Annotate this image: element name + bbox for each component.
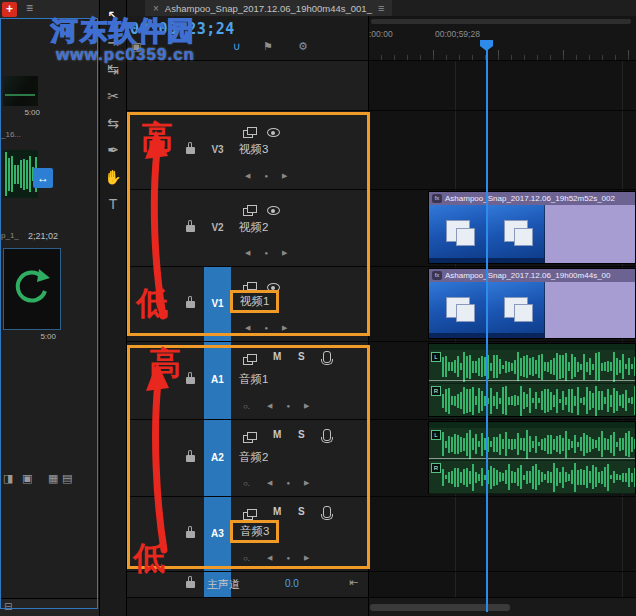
track-name-V1[interactable]: 视频1 [230, 290, 279, 313]
track-target-button-A2[interactable]: A2 [204, 448, 231, 468]
solo-button[interactable]: S [298, 506, 305, 517]
gain-rubber-band[interactable] [429, 458, 635, 459]
panel-menu-icon[interactable]: ≡ [378, 2, 384, 14]
next-keyframe-icon[interactable]: ▶ [282, 324, 287, 331]
clip-body [545, 205, 635, 263]
mute-button[interactable]: M [273, 506, 281, 517]
zoom-scrollbar[interactable] [371, 19, 631, 24]
mic-icon[interactable] [323, 506, 331, 518]
add-keyframe-icon[interactable]: ● [264, 250, 268, 256]
premiere-timeline-app: + ≡ 5:00 _16... ↔ p_1_ 2;21;02 5:00 ◨ ▣ … [0, 0, 636, 616]
add-keyframe-icon[interactable]: ● [264, 325, 268, 331]
lock-icon[interactable] [186, 455, 195, 462]
selection-tool[interactable]: ↖ [100, 4, 126, 26]
pen-tool[interactable]: ✒ [100, 139, 126, 161]
keyframe-type-icon[interactable]: ○. [243, 402, 250, 411]
razor-tool[interactable]: ✂ [100, 85, 126, 107]
project-item-duration: 5:00 [16, 332, 56, 341]
project-panel-menu-icon[interactable]: ≡ [26, 1, 33, 15]
track-target-button-V1[interactable]: V1 [204, 294, 231, 314]
audio-clip[interactable]: LR [428, 343, 636, 417]
lock-icon[interactable] [186, 377, 195, 384]
ruler-label: :00:00 [369, 29, 393, 39]
next-keyframe-icon[interactable]: ▶ [282, 172, 287, 179]
track-output-eye-icon[interactable] [267, 206, 280, 215]
list-view-icon[interactable]: ▤ [62, 472, 72, 485]
solo-button[interactable]: S [298, 429, 305, 440]
add-keyframe-icon[interactable]: ● [264, 173, 268, 179]
add-keyframe-icon[interactable]: ● [286, 403, 290, 409]
sync-lock-icon[interactable] [243, 432, 256, 443]
lock-icon[interactable] [186, 147, 195, 154]
mute-button[interactable]: M [273, 429, 281, 440]
next-keyframe-icon[interactable]: ▶ [304, 554, 309, 561]
keyframe-type-icon[interactable]: ○. [243, 479, 250, 488]
horizontal-scrollbar[interactable] [370, 604, 510, 611]
prev-keyframe-icon[interactable]: ◀ [267, 554, 272, 561]
mic-icon[interactable] [323, 429, 331, 441]
prev-keyframe-icon[interactable]: ◀ [245, 249, 250, 256]
next-keyframe-icon[interactable]: ▶ [282, 249, 287, 256]
mic-icon[interactable] [323, 351, 331, 363]
playhead-line[interactable] [486, 40, 488, 612]
track-name-V2[interactable]: 视频2 [239, 220, 268, 235]
prev-keyframe-icon[interactable]: ◀ [245, 324, 250, 331]
fx-badge-icon[interactable]: fx [432, 194, 442, 203]
video-clip[interactable]: fxAshampoo_Snap_2017.12.06_19h00m44s_00 [428, 268, 636, 339]
slip-tool[interactable]: ⇆ [100, 112, 126, 134]
track-headers: V3视频3◀●▶V2视频2◀●▶V1视频1◀●▶MSA1音频1○.◀●▶MSA2… [127, 0, 368, 616]
project-item-thumbnail[interactable] [3, 76, 38, 106]
video-clip[interactable]: fxAshampoo_Snap_2017.12.06_19h52m52s_002 [428, 191, 636, 264]
track-name-V3[interactable]: 视频3 [239, 142, 268, 157]
lock-icon[interactable] [186, 301, 195, 308]
add-keyframe-icon[interactable]: ● [286, 555, 290, 561]
master-track-label: 主声道 [207, 577, 240, 592]
prev-keyframe-icon[interactable]: ◀ [245, 172, 250, 179]
audio-clip[interactable]: LR [428, 421, 636, 494]
sync-lock-icon[interactable] [243, 509, 256, 520]
horizontal-arrows-icon[interactable]: ↔ [33, 168, 53, 188]
prev-keyframe-icon[interactable]: ◀ [267, 402, 272, 409]
fx-badge-icon[interactable]: fx [432, 271, 442, 280]
watermark-logo-icon: + [2, 2, 17, 17]
sync-lock-icon[interactable] [243, 127, 256, 138]
thumbnail-view-icon[interactable]: ▦ [48, 472, 58, 485]
add-keyframe-icon[interactable]: ● [286, 480, 290, 486]
mute-button[interactable]: M [273, 351, 281, 362]
audio-channel-lane: L [429, 350, 635, 384]
master-volume-value[interactable]: 0.0 [285, 578, 299, 589]
waveform [429, 384, 635, 417]
project-item-thumbnail[interactable] [3, 248, 61, 330]
footer-icon[interactable]: ⊟ [4, 601, 12, 612]
lock-icon[interactable] [186, 225, 195, 232]
view-option-icon[interactable]: ▣ [22, 472, 32, 485]
project-panel-header: + ≡ [0, 0, 99, 19]
track-target-button-V2[interactable]: V2 [204, 218, 231, 238]
track-select-tool[interactable]: ⇥ [100, 31, 126, 53]
gain-rubber-band[interactable] [429, 380, 635, 381]
sync-lock-icon[interactable] [243, 205, 256, 216]
next-keyframe-icon[interactable]: ▶ [304, 479, 309, 486]
track-target-button-A1[interactable]: A1 [204, 370, 231, 390]
hand-tool[interactable]: ✋ [100, 166, 126, 188]
lock-icon[interactable] [186, 531, 195, 538]
track-name-A3[interactable]: 音频3 [230, 520, 279, 543]
pan-icon[interactable]: ⇤ [349, 576, 358, 589]
time-ruler[interactable]: :00:00 00:00;59;28 [368, 16, 636, 60]
channel-label: L [431, 430, 441, 440]
sync-lock-icon[interactable] [243, 354, 256, 365]
track-name-A2[interactable]: 音频2 [239, 450, 268, 465]
view-option-icon[interactable]: ◨ [3, 472, 13, 485]
prev-keyframe-icon[interactable]: ◀ [267, 479, 272, 486]
clip-frame-thumbnail [429, 282, 487, 338]
keyframe-type-icon[interactable]: ○. [243, 554, 250, 563]
track-target-button-V3[interactable]: V3 [204, 140, 231, 160]
track-name-A1[interactable]: 音频1 [239, 372, 268, 387]
track-target-button-A3[interactable]: A3 [204, 524, 231, 544]
lock-icon[interactable] [186, 581, 195, 588]
next-keyframe-icon[interactable]: ▶ [304, 402, 309, 409]
solo-button[interactable]: S [298, 351, 305, 362]
ripple-edit-tool[interactable]: ↹ [100, 58, 126, 80]
type-tool[interactable]: T [100, 193, 126, 215]
track-output-eye-icon[interactable] [267, 128, 280, 137]
